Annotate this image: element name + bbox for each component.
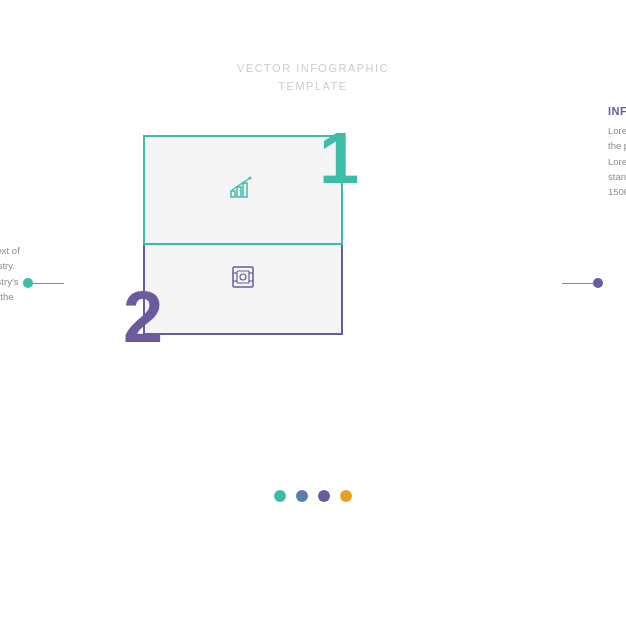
svg-rect-5 — [237, 271, 249, 283]
indicator-dot-2[interactable] — [296, 490, 308, 502]
page-container: VECTOR INFOGRAPHIC TEMPLATE 1 — [0, 0, 626, 626]
info-title-2: INFODATA 02 — [608, 105, 626, 117]
info-block-1: INFODATA 01 Lorem Ipsum is simply dummy … — [0, 225, 28, 319]
title-section: VECTOR INFOGRAPHIC TEMPLATE — [237, 60, 389, 95]
info-block-2: INFODATA 02 Lorem Ipsum is simply dummy … — [608, 105, 626, 199]
indicator-dot-1[interactable] — [274, 490, 286, 502]
bottom-dots — [274, 490, 352, 502]
indicator-dot-4[interactable] — [340, 490, 352, 502]
infographic-area: 1 2 INFODATA 01 — [63, 135, 563, 435]
connector-left — [28, 283, 64, 284]
info-title-1: INFODATA 01 — [0, 225, 28, 237]
title-line1: VECTOR INFOGRAPHIC — [237, 62, 389, 74]
title-line2: TEMPLATE — [278, 80, 347, 92]
number1: 1 — [319, 122, 359, 194]
chart-icon — [229, 173, 257, 207]
svg-rect-0 — [231, 191, 235, 197]
indicator-dot-3[interactable] — [318, 490, 330, 502]
settings-icon — [229, 263, 257, 297]
svg-rect-2 — [243, 183, 247, 197]
box1: 1 — [143, 135, 343, 245]
svg-point-6 — [240, 274, 246, 280]
svg-rect-4 — [233, 267, 253, 287]
info-text-2: Lorem Ipsum is simply dummy text of the … — [608, 123, 626, 199]
svg-point-3 — [249, 177, 252, 180]
main-title: VECTOR INFOGRAPHIC TEMPLATE — [237, 60, 389, 95]
dot-right — [593, 278, 603, 288]
number2: 2 — [123, 281, 163, 353]
svg-rect-1 — [237, 187, 241, 197]
info-text-1: Lorem Ipsum is simply dummy text of the … — [0, 243, 28, 319]
